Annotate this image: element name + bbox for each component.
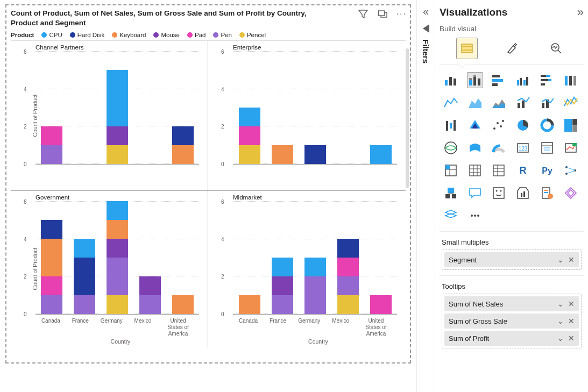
- bar-segment[interactable]: [107, 239, 128, 258]
- bar-segment[interactable]: [239, 126, 260, 145]
- viz-type-item[interactable]: [539, 72, 555, 88]
- bar-segment[interactable]: [304, 145, 326, 164]
- remove-field-icon[interactable]: ✕: [568, 255, 575, 264]
- viz-type-item[interactable]: [467, 72, 483, 88]
- bar-segment[interactable]: [172, 126, 194, 145]
- scroll-track[interactable]: [406, 48, 409, 188]
- field-pill[interactable]: Sum of Gross Sale⌄✕: [444, 313, 579, 329]
- remove-field-icon[interactable]: ✕: [568, 334, 575, 343]
- chevron-down-icon[interactable]: ⌄: [557, 334, 564, 343]
- chevron-down-icon[interactable]: ⌄: [557, 255, 564, 264]
- filter-icon[interactable]: [358, 9, 369, 19]
- viz-type-item[interactable]: [491, 117, 507, 133]
- bar-segment[interactable]: [239, 108, 260, 126]
- legend-item[interactable]: Pen: [213, 32, 231, 38]
- viz-type-item[interactable]: [563, 72, 579, 88]
- viz-type-item[interactable]: [443, 117, 459, 133]
- build-visual-tab[interactable]: [457, 38, 477, 59]
- bar-segment[interactable]: [272, 145, 293, 164]
- viz-type-item[interactable]: [443, 208, 459, 224]
- viz-type-item[interactable]: [563, 185, 579, 201]
- bar-segment[interactable]: [272, 276, 293, 295]
- bar-segment[interactable]: [107, 145, 128, 164]
- bar-segment[interactable]: [107, 70, 128, 126]
- viz-type-item[interactable]: [467, 162, 483, 179]
- viz-type-item[interactable]: [563, 117, 579, 133]
- format-visual-tab[interactable]: [501, 38, 522, 59]
- viz-type-item[interactable]: Py: [539, 162, 555, 179]
- bar-segment[interactable]: [41, 145, 62, 164]
- bar[interactable]: [172, 295, 194, 314]
- legend-item[interactable]: Hard Disk: [70, 32, 104, 38]
- viz-type-item[interactable]: [515, 117, 531, 133]
- bar-segment[interactable]: [107, 258, 128, 295]
- filters-label[interactable]: Filters: [421, 39, 430, 63]
- bar-segment[interactable]: [107, 126, 128, 145]
- viz-type-item[interactable]: [491, 185, 507, 201]
- viz-type-item[interactable]: [467, 95, 483, 111]
- viz-type-item[interactable]: [467, 117, 483, 133]
- analytics-tab[interactable]: [546, 38, 566, 59]
- viz-type-item[interactable]: [443, 185, 459, 201]
- more-options-icon[interactable]: ···: [396, 9, 407, 19]
- viz-type-item[interactable]: [443, 72, 459, 88]
- bar-segment[interactable]: [41, 126, 62, 145]
- bar-segment[interactable]: [272, 295, 293, 314]
- bar[interactable]: [107, 201, 128, 314]
- bar[interactable]: [337, 239, 359, 314]
- field-pill[interactable]: Sum of Profit⌄✕: [444, 331, 579, 346]
- viz-type-item[interactable]: [539, 185, 555, 201]
- bar-segment[interactable]: [337, 276, 359, 295]
- chevron-down-icon[interactable]: ⌄: [557, 317, 564, 325]
- bar[interactable]: [304, 258, 326, 314]
- bar[interactable]: [370, 145, 392, 164]
- bar[interactable]: [272, 145, 293, 164]
- bar-segment[interactable]: [172, 145, 194, 164]
- bar-segment[interactable]: [41, 239, 62, 276]
- viz-type-item[interactable]: [491, 95, 507, 111]
- plot-area[interactable]: 0246: [233, 202, 397, 315]
- bar-segment[interactable]: [41, 276, 62, 295]
- bar[interactable]: [107, 70, 128, 164]
- bar-segment[interactable]: [337, 295, 359, 314]
- viz-type-item[interactable]: [467, 208, 483, 224]
- viz-type-item[interactable]: [443, 140, 459, 156]
- chevron-down-icon[interactable]: ⌄: [557, 300, 564, 308]
- plot-area[interactable]: 0246: [233, 52, 397, 165]
- viz-type-item[interactable]: [563, 162, 579, 179]
- bar[interactable]: [370, 295, 392, 314]
- bar[interactable]: [272, 258, 293, 314]
- bar-segment[interactable]: [41, 295, 62, 314]
- viz-type-item[interactable]: [491, 140, 507, 156]
- bar-segment[interactable]: [337, 239, 359, 258]
- remove-field-icon[interactable]: ✕: [568, 317, 575, 325]
- viz-type-item[interactable]: [539, 95, 555, 111]
- bar-segment[interactable]: [239, 295, 260, 314]
- viz-type-item[interactable]: [467, 185, 483, 201]
- bar[interactable]: [239, 108, 260, 164]
- bar-segment[interactable]: [304, 258, 326, 276]
- viz-type-item[interactable]: [515, 72, 531, 88]
- legend-item[interactable]: Mouse: [153, 32, 180, 38]
- bar[interactable]: [41, 126, 62, 164]
- bar-segment[interactable]: [172, 295, 194, 314]
- bar-segment[interactable]: [304, 276, 326, 314]
- field-pill[interactable]: Segment⌄✕: [444, 252, 579, 267]
- bar-segment[interactable]: [139, 295, 161, 314]
- bar[interactable]: [41, 220, 62, 314]
- bar-segment[interactable]: [74, 295, 95, 314]
- viz-type-item[interactable]: [563, 140, 579, 156]
- bar[interactable]: [239, 295, 260, 314]
- visual-frame[interactable]: Count of Product, Sum of Net Sales, Sum …: [5, 4, 411, 364]
- bar-segment[interactable]: [337, 258, 359, 276]
- bar-segment[interactable]: [107, 295, 128, 314]
- bar-segment[interactable]: [370, 145, 392, 164]
- viz-type-item[interactable]: [491, 72, 507, 88]
- viz-type-item[interactable]: [443, 162, 459, 179]
- viz-type-item[interactable]: [491, 162, 507, 179]
- viz-type-item[interactable]: [515, 95, 531, 111]
- bar-segment[interactable]: [139, 276, 161, 295]
- bar-segment[interactable]: [370, 295, 392, 314]
- expand-chevron-icon[interactable]: »: [577, 5, 584, 19]
- bookmark-icon[interactable]: [423, 24, 429, 33]
